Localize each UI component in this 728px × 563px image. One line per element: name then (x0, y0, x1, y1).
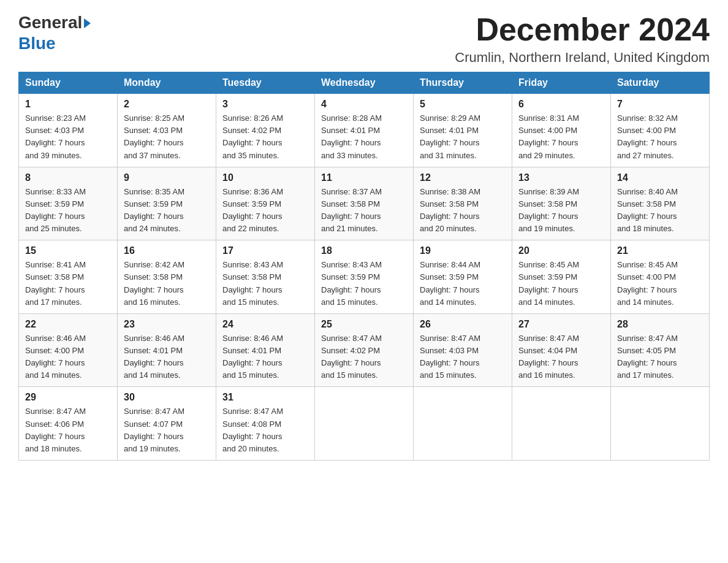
calendar-cell: 1Sunrise: 8:23 AM Sunset: 4:03 PM Daylig… (19, 94, 118, 167)
day-number: 6 (518, 99, 604, 110)
day-info: Sunrise: 8:33 AM Sunset: 3:59 PM Dayligh… (25, 186, 111, 236)
calendar-week-row: 29Sunrise: 8:47 AM Sunset: 4:06 PM Dayli… (19, 387, 710, 461)
calendar-cell: 30Sunrise: 8:47 AM Sunset: 4:07 PM Dayli… (118, 387, 216, 461)
day-number: 14 (617, 172, 703, 183)
calendar-cell: 16Sunrise: 8:42 AM Sunset: 3:58 PM Dayli… (118, 240, 216, 314)
calendar-cell: 29Sunrise: 8:47 AM Sunset: 4:06 PM Dayli… (19, 387, 118, 461)
calendar-cell: 8Sunrise: 8:33 AM Sunset: 3:59 PM Daylig… (19, 167, 118, 240)
day-number: 2 (124, 99, 210, 110)
day-number: 30 (124, 392, 210, 403)
day-info: Sunrise: 8:41 AM Sunset: 3:58 PM Dayligh… (25, 259, 111, 308)
day-info: Sunrise: 8:45 AM Sunset: 4:00 PM Dayligh… (617, 259, 703, 308)
day-number: 4 (321, 99, 407, 110)
day-info: Sunrise: 8:38 AM Sunset: 3:58 PM Dayligh… (420, 186, 506, 236)
day-info: Sunrise: 8:28 AM Sunset: 4:01 PM Dayligh… (321, 112, 407, 162)
day-info: Sunrise: 8:40 AM Sunset: 3:58 PM Dayligh… (617, 186, 703, 236)
calendar-cell: 17Sunrise: 8:43 AM Sunset: 3:58 PM Dayli… (216, 240, 315, 314)
logo-general: General (18, 12, 82, 33)
calendar-cell (315, 387, 414, 461)
calendar-cell (611, 387, 710, 461)
calendar-week-row: 8Sunrise: 8:33 AM Sunset: 3:59 PM Daylig… (19, 167, 710, 240)
day-number: 10 (222, 172, 308, 183)
day-number: 22 (25, 319, 111, 330)
day-info: Sunrise: 8:46 AM Sunset: 4:00 PM Dayligh… (25, 332, 111, 382)
day-info: Sunrise: 8:25 AM Sunset: 4:03 PM Dayligh… (124, 112, 210, 162)
day-number: 31 (222, 392, 308, 403)
day-number: 23 (124, 319, 210, 330)
logo-blue: Blue (18, 34, 56, 53)
day-number: 19 (420, 245, 506, 256)
calendar-week-row: 22Sunrise: 8:46 AM Sunset: 4:00 PM Dayli… (19, 313, 710, 387)
day-info: Sunrise: 8:29 AM Sunset: 4:01 PM Dayligh… (420, 112, 506, 162)
day-info: Sunrise: 8:23 AM Sunset: 4:03 PM Dayligh… (25, 112, 111, 162)
calendar-cell: 10Sunrise: 8:36 AM Sunset: 3:59 PM Dayli… (216, 167, 315, 240)
calendar-cell: 23Sunrise: 8:46 AM Sunset: 4:01 PM Dayli… (118, 313, 216, 387)
day-info: Sunrise: 8:46 AM Sunset: 4:01 PM Dayligh… (124, 332, 210, 382)
calendar-header-friday: Friday (512, 72, 611, 94)
day-number: 26 (420, 319, 506, 330)
title-block: December 2024 Crumlin, Northern Ireland,… (455, 12, 710, 66)
calendar-cell: 24Sunrise: 8:46 AM Sunset: 4:01 PM Dayli… (216, 313, 315, 387)
day-info: Sunrise: 8:47 AM Sunset: 4:06 PM Dayligh… (25, 405, 111, 455)
day-info: Sunrise: 8:37 AM Sunset: 3:58 PM Dayligh… (321, 186, 407, 236)
day-info: Sunrise: 8:43 AM Sunset: 3:58 PM Dayligh… (222, 259, 308, 308)
day-info: Sunrise: 8:26 AM Sunset: 4:02 PM Dayligh… (222, 112, 308, 162)
day-info: Sunrise: 8:36 AM Sunset: 3:59 PM Dayligh… (222, 186, 308, 236)
day-info: Sunrise: 8:47 AM Sunset: 4:05 PM Dayligh… (617, 332, 703, 382)
calendar-cell: 14Sunrise: 8:40 AM Sunset: 3:58 PM Dayli… (611, 167, 710, 240)
day-number: 11 (321, 172, 407, 183)
calendar-cell: 3Sunrise: 8:26 AM Sunset: 4:02 PM Daylig… (216, 94, 315, 167)
calendar-header-thursday: Thursday (414, 72, 512, 94)
calendar-cell: 12Sunrise: 8:38 AM Sunset: 3:58 PM Dayli… (414, 167, 512, 240)
day-number: 21 (617, 245, 703, 256)
logo: General Blue (18, 12, 91, 53)
calendar-cell: 19Sunrise: 8:44 AM Sunset: 3:59 PM Dayli… (414, 240, 512, 314)
calendar-cell: 28Sunrise: 8:47 AM Sunset: 4:05 PM Dayli… (611, 313, 710, 387)
day-number: 13 (518, 172, 604, 183)
day-info: Sunrise: 8:47 AM Sunset: 4:03 PM Dayligh… (420, 332, 506, 382)
day-number: 27 (518, 319, 604, 330)
day-info: Sunrise: 8:42 AM Sunset: 3:58 PM Dayligh… (124, 259, 210, 308)
calendar-cell: 7Sunrise: 8:32 AM Sunset: 4:00 PM Daylig… (611, 94, 710, 167)
day-info: Sunrise: 8:32 AM Sunset: 4:00 PM Dayligh… (617, 112, 703, 162)
calendar-header-wednesday: Wednesday (315, 72, 414, 94)
page-header: General Blue December 2024 Crumlin, Nort… (18, 12, 710, 66)
day-number: 20 (518, 245, 604, 256)
day-number: 18 (321, 245, 407, 256)
day-number: 17 (222, 245, 308, 256)
month-title: December 2024 (455, 12, 710, 47)
day-info: Sunrise: 8:43 AM Sunset: 3:59 PM Dayligh… (321, 259, 407, 308)
day-number: 1 (25, 99, 111, 110)
calendar-week-row: 15Sunrise: 8:41 AM Sunset: 3:58 PM Dayli… (19, 240, 710, 314)
calendar-cell: 21Sunrise: 8:45 AM Sunset: 4:00 PM Dayli… (611, 240, 710, 314)
day-info: Sunrise: 8:47 AM Sunset: 4:04 PM Dayligh… (518, 332, 604, 382)
calendar-header-row: SundayMondayTuesdayWednesdayThursdayFrid… (19, 72, 710, 94)
day-number: 16 (124, 245, 210, 256)
day-info: Sunrise: 8:44 AM Sunset: 3:59 PM Dayligh… (420, 259, 506, 308)
calendar-cell: 15Sunrise: 8:41 AM Sunset: 3:58 PM Dayli… (19, 240, 118, 314)
calendar-cell: 20Sunrise: 8:45 AM Sunset: 3:59 PM Dayli… (512, 240, 611, 314)
location-title: Crumlin, Northern Ireland, United Kingdo… (455, 50, 710, 66)
calendar-cell (414, 387, 512, 461)
calendar-header-monday: Monday (118, 72, 216, 94)
day-number: 24 (222, 319, 308, 330)
day-info: Sunrise: 8:47 AM Sunset: 4:08 PM Dayligh… (222, 405, 308, 455)
calendar-cell: 9Sunrise: 8:35 AM Sunset: 3:59 PM Daylig… (118, 167, 216, 240)
calendar-cell: 22Sunrise: 8:46 AM Sunset: 4:00 PM Dayli… (19, 313, 118, 387)
calendar-cell: 13Sunrise: 8:39 AM Sunset: 3:58 PM Dayli… (512, 167, 611, 240)
calendar-cell: 27Sunrise: 8:47 AM Sunset: 4:04 PM Dayli… (512, 313, 611, 387)
day-number: 12 (420, 172, 506, 183)
day-number: 8 (25, 172, 111, 183)
calendar-cell (512, 387, 611, 461)
day-number: 5 (420, 99, 506, 110)
calendar-cell: 6Sunrise: 8:31 AM Sunset: 4:00 PM Daylig… (512, 94, 611, 167)
day-number: 7 (617, 99, 703, 110)
calendar-cell: 31Sunrise: 8:47 AM Sunset: 4:08 PM Dayli… (216, 387, 315, 461)
calendar-week-row: 1Sunrise: 8:23 AM Sunset: 4:03 PM Daylig… (19, 94, 710, 167)
day-number: 15 (25, 245, 111, 256)
day-number: 25 (321, 319, 407, 330)
calendar-cell: 11Sunrise: 8:37 AM Sunset: 3:58 PM Dayli… (315, 167, 414, 240)
day-number: 28 (617, 319, 703, 330)
calendar-cell: 25Sunrise: 8:47 AM Sunset: 4:02 PM Dayli… (315, 313, 414, 387)
day-info: Sunrise: 8:35 AM Sunset: 3:59 PM Dayligh… (124, 186, 210, 236)
